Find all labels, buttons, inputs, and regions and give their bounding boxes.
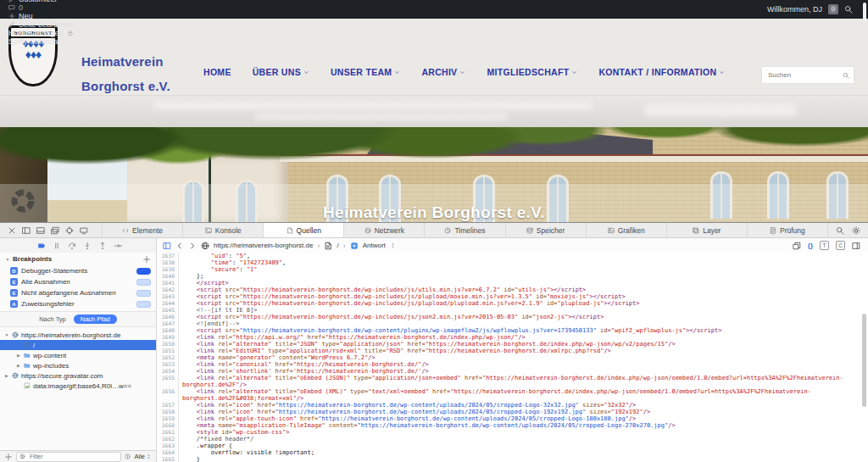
tree-item-wp-content[interactable]: ▶wp-content (0, 350, 156, 360)
tab-quellen[interactable]: Quellen (263, 223, 343, 237)
site-title[interactable]: Heimatverein Borghorst e.V. (81, 49, 170, 98)
chevron-left-icon[interactable] (175, 242, 184, 250)
search-icon[interactable] (844, 5, 853, 14)
close-icon[interactable] (8, 226, 16, 235)
step-next-icon[interactable] (114, 242, 122, 250)
line-number[interactable]: 1654 (157, 368, 179, 375)
line-number[interactable]: 1656 (157, 388, 179, 395)
line-number[interactable]: 1659 (157, 415, 179, 422)
disclosure-open-icon[interactable]: ▼ (4, 332, 9, 337)
page-scrollbar[interactable] (863, 3, 866, 21)
line-number[interactable]: 1638 (157, 259, 179, 266)
breakpoint-toggle[interactable] (136, 290, 151, 297)
admin-greeting[interactable]: Willkommen, DJ (767, 5, 822, 14)
line-number[interactable]: 1658 (157, 409, 179, 415)
nav-item-ber-uns[interactable]: ÜBER UNS (253, 67, 309, 77)
info-icon[interactable] (125, 454, 131, 459)
dock-left-icon[interactable] (22, 226, 31, 235)
breadcrumb-domain[interactable]: https://heimatverein-borghorst.de (214, 242, 313, 249)
breakpoint-toggle[interactable] (136, 268, 151, 275)
line-number[interactable]: 1646 (157, 314, 179, 320)
admin-bar-item-spiffy-calendar[interactable]: Spiffy Calendar (8, 37, 114, 46)
sidebar-left-icon[interactable] (163, 242, 171, 250)
group-by-path-button[interactable]: Nach Pfad (74, 314, 117, 324)
step-over-icon[interactable] (68, 242, 76, 250)
line-number[interactable] (157, 395, 179, 402)
toolbar-pretty-print-button[interactable]: {} (808, 242, 813, 249)
tab-pr-fung[interactable]: Prüfung (747, 223, 827, 237)
tree-item-https-heimatverein-borghorst-de[interactable]: ▼https://heimatverein-borghorst.de (0, 330, 156, 340)
tree-item-wp-includes[interactable]: ▶wp-includes (0, 360, 156, 370)
device-icon[interactable] (80, 226, 88, 235)
breakpoint-toggle[interactable] (136, 279, 151, 286)
line-number[interactable]: 1641 (157, 280, 179, 287)
nav-item-unser-team[interactable]: UNSER TEAM (331, 67, 400, 77)
breakpoint-row-zuweisungsfehler[interactable]: AZuweisungsfehler (0, 298, 156, 309)
nav-item-home[interactable]: HOME (203, 67, 231, 77)
line-number[interactable]: 1657 (157, 402, 179, 409)
step-into-icon[interactable] (83, 242, 92, 250)
tab-netzwerk[interactable]: Netzwerk (343, 223, 424, 237)
dock-bottom-icon[interactable] (36, 226, 45, 235)
line-number[interactable] (157, 381, 179, 388)
line-number[interactable]: 1655 (157, 375, 179, 381)
site-search-input[interactable] (766, 70, 839, 80)
line-number[interactable]: 1643 (157, 293, 179, 300)
line-number[interactable]: 1644 (157, 300, 179, 307)
code-scrollbar[interactable] (862, 314, 866, 407)
tab-grafiken[interactable]: Grafiken (586, 223, 666, 237)
breakpoint-toggle[interactable] (136, 301, 151, 308)
avatar[interactable] (828, 4, 838, 14)
tab-speicher[interactable]: Speicher (505, 223, 586, 237)
chevron-right-icon[interactable] (188, 242, 197, 250)
disclosure-closed-icon[interactable]: ▶ (16, 363, 21, 368)
line-number[interactable]: 1648 (157, 327, 179, 334)
disclosure-closed-icon[interactable]: ▶ (16, 353, 21, 358)
line-number[interactable]: 1653 (157, 361, 179, 368)
pause-icon[interactable] (53, 242, 61, 250)
line-number[interactable]: 1651 (157, 348, 179, 354)
line-number[interactable]: 1640 (157, 273, 179, 280)
breadcrumb-path[interactable]: / (337, 242, 338, 249)
group-by-type-button[interactable]: Nach Typ (39, 315, 66, 323)
nav-item-mitgliedschaft[interactable]: MITGLIEDSCHAFT (487, 67, 577, 77)
plus-icon[interactable] (4, 453, 13, 461)
line-number[interactable]: 1663 (157, 443, 179, 449)
breakpoint-row-nicht-abgefangene-ausnahmen[interactable]: ENicht abgefangene Ausnahmen (0, 287, 156, 298)
element-picker-icon[interactable] (65, 226, 74, 235)
tab-elemente[interactable]: Elemente (102, 223, 182, 237)
line-number[interactable]: 1645 (157, 307, 179, 314)
line-number[interactable]: 1642 (157, 287, 179, 293)
tab-timelines[interactable]: Timelines (424, 223, 504, 237)
line-number[interactable]: 1650 (157, 341, 179, 348)
disclosure-closed-icon[interactable]: ▶ (4, 373, 9, 378)
line-number[interactable]: 1661 (157, 429, 179, 436)
add-breakpoint-button[interactable] (142, 255, 151, 264)
admin-bar-item-hooks-anzeigen[interactable]: Hooks anzeigen (8, 29, 114, 37)
disclosure-open-icon[interactable]: ▼ (5, 257, 10, 262)
search-icon[interactable] (843, 72, 849, 79)
toolbar-c-button[interactable]: C (836, 241, 845, 250)
tab-konsole[interactable]: Konsole (182, 223, 263, 237)
gear-icon[interactable] (852, 226, 860, 235)
toolbar-t-button[interactable]: T (820, 241, 829, 250)
sidebar-right-icon[interactable] (852, 242, 860, 250)
line-number[interactable]: 1664 (157, 449, 179, 456)
line-number[interactable]: 1662 (157, 436, 179, 443)
line-number[interactable]: 1649 (157, 334, 179, 341)
admin-bar-item-0[interactable]: 0 (8, 3, 114, 12)
line-number[interactable]: 1652 (157, 354, 179, 361)
breakpoint-row-debugger-statements[interactable]: DDebugger-Statements (0, 265, 156, 276)
nav-item-archiv[interactable]: ARCHIV (421, 67, 465, 77)
breadcrumb-resource[interactable]: Antwort (363, 242, 386, 249)
nav-item-kontakt-information[interactable]: KONTAKT / INFORMATION (598, 67, 725, 77)
line-number[interactable]: 1639 (157, 266, 179, 273)
tree-item-data-image-gif-base64-r0l-w[interactable]: data:image/gif;base64,R0l…w== (0, 381, 156, 391)
admin-bar-item-seite-bearbeiten[interactable]: Seite bearbeiten (8, 20, 114, 29)
breakpoint-row-alle-ausnahmen[interactable]: EAlle Ausnahmen (0, 276, 156, 287)
line-number[interactable]: 1647 (157, 320, 179, 327)
breakpoint-flag-icon[interactable] (37, 242, 46, 250)
copy-icon[interactable] (793, 242, 801, 250)
updown-chevrons-icon[interactable] (390, 242, 396, 248)
search-icon[interactable] (836, 226, 844, 235)
